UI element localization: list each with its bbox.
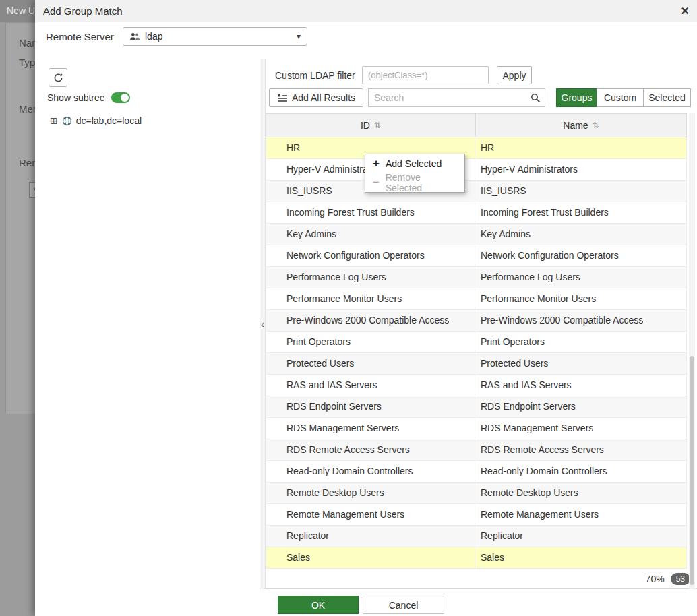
sort-icon[interactable]: ⇅ [374, 121, 381, 130]
table-scrollbar[interactable] [689, 113, 695, 589]
ok-button[interactable]: OK [278, 596, 359, 614]
background-label-remote: Rem [19, 157, 35, 168]
remote-server-label: Remote Server [46, 31, 114, 42]
context-menu-add-selected[interactable]: + Add Selected [365, 154, 464, 173]
table-row[interactable]: Hyper-V AdministratorsHyper-V Administra… [266, 159, 686, 181]
expand-icon[interactable]: ⊞ [50, 115, 58, 126]
context-menu-remove-selected-label: Remove Selected [386, 172, 458, 193]
table-row[interactable]: IIS_IUSRSIIS_IUSRS [266, 181, 686, 202]
show-subtree-label: Show subtree [47, 92, 105, 103]
cell-id: Remote Management Users [266, 504, 475, 525]
table-row[interactable]: Remote Desktop UsersRemote Desktop Users [266, 483, 686, 504]
cell-name: Incoming Forest Trust Builders [475, 202, 686, 223]
progress-percent: 70% [646, 574, 665, 584]
table-row[interactable]: Incoming Forest Trust BuildersIncoming F… [266, 202, 686, 224]
table-row[interactable]: Performance Monitor UsersPerformance Mon… [266, 288, 686, 310]
background-label-type: Type [19, 57, 35, 68]
show-subtree-toggle[interactable] [111, 92, 130, 103]
table-row[interactable]: RDS Endpoint ServersRDS Endpoint Servers [266, 396, 686, 418]
cell-id: Pre-Windows 2000 Compatible Access [266, 310, 475, 331]
context-menu-add-selected-label: Add Selected [386, 158, 442, 169]
collapse-panel-icon[interactable]: ‹ [260, 318, 266, 330]
cancel-button[interactable]: Cancel [363, 596, 444, 614]
background-page-title: New U [0, 0, 35, 22]
add-group-match-dialog: Add Group Match × Remote Server ldap ▾ S… [35, 0, 697, 616]
cell-id: Performance Log Users [266, 267, 475, 288]
cell-id: Incoming Forest Trust Builders [266, 202, 475, 223]
table-row[interactable]: RDS Management ServersRDS Management Ser… [266, 418, 686, 439]
table-row[interactable]: RDS Remote Access ServersRDS Remote Acce… [266, 439, 686, 461]
search-button[interactable] [526, 88, 545, 107]
background-label-name: Nam [19, 37, 35, 49]
cell-id: Key Admins [266, 224, 475, 245]
ldap-filter-input[interactable] [362, 66, 489, 84]
table-row[interactable]: Network Configuration OperatorsNetwork C… [266, 245, 686, 267]
cell-name: Sales [475, 547, 686, 568]
column-header-name[interactable]: Name ⇅ [475, 114, 686, 137]
refresh-button[interactable] [49, 68, 67, 87]
tree-node-root[interactable]: ⊞ dc=lab,dc=local [50, 115, 142, 126]
table-row[interactable]: Key AdminsKey Admins [266, 224, 686, 245]
cell-id: Performance Monitor Users [266, 288, 475, 309]
table-row[interactable]: Pre-Windows 2000 Compatible AccessPre-Wi… [266, 310, 686, 332]
table-row[interactable]: Performance Log UsersPerformance Log Use… [266, 267, 686, 288]
cell-id: Print Operators [266, 332, 475, 352]
add-all-results-button[interactable]: Add All Results [269, 88, 363, 107]
cell-name: Protected Users [475, 353, 686, 374]
close-icon[interactable]: × [681, 4, 689, 18]
cell-id: RDS Remote Access Servers [266, 439, 475, 460]
cell-id: Sales [266, 547, 475, 568]
tab-selected[interactable]: Selected [643, 88, 691, 107]
cell-name: Performance Log Users [475, 267, 686, 288]
table-row[interactable]: ReplicatorReplicator [266, 526, 686, 547]
table-row[interactable]: HRHR [266, 137, 686, 159]
background-form-panel [5, 22, 35, 414]
list-plus-icon [277, 94, 288, 102]
tree-node-label: dc=lab,dc=local [76, 115, 142, 126]
background-page: New U Nam Type Mem Rem * [0, 0, 35, 616]
results-table: ID ⇅ Name ⇅ HRHRHyper-V AdministratorsHy… [266, 113, 687, 569]
apply-button[interactable]: Apply [497, 66, 532, 84]
cell-id: Replicator [266, 526, 475, 547]
ldap-filter-label: Custom LDAP filter [275, 70, 355, 81]
cell-name: Key Admins [475, 224, 686, 245]
cell-id: Remote Desktop Users [266, 483, 475, 503]
search-input[interactable] [368, 88, 526, 107]
result-count-badge: 53 [671, 573, 690, 585]
cell-name: RDS Management Servers [475, 418, 686, 439]
cell-name: Network Configuration Operators [475, 245, 686, 266]
search-icon [531, 93, 541, 103]
globe-icon [62, 116, 72, 126]
table-body: HRHRHyper-V AdministratorsHyper-V Admini… [266, 137, 687, 569]
background-label-members: Mem [19, 103, 35, 115]
cell-id: RDS Management Servers [266, 418, 475, 439]
chevron-down-icon: ▾ [297, 32, 301, 41]
background-required-marker: * [29, 182, 35, 198]
table-footer: 70% 53 [266, 569, 697, 589]
remote-server-dropdown[interactable]: ldap ▾ [123, 27, 307, 46]
dialog-header: Add Group Match × [35, 0, 697, 22]
cell-name: IIS_IUSRS [475, 181, 686, 202]
column-header-name-label: Name [563, 120, 588, 131]
minus-icon: − [372, 176, 380, 189]
cell-name: RAS and IAS Servers [475, 375, 686, 396]
column-header-id-label: ID [361, 120, 370, 131]
cell-name: RDS Endpoint Servers [475, 396, 686, 417]
context-menu-remove-selected[interactable]: − Remove Selected [365, 173, 464, 192]
sort-icon[interactable]: ⇅ [593, 121, 599, 130]
cell-name: Pre-Windows 2000 Compatible Access [475, 310, 686, 331]
table-row[interactable]: Remote Management UsersRemote Management… [266, 504, 686, 526]
tab-custom[interactable]: Custom [597, 88, 644, 107]
table-scrollbar-thumb[interactable] [690, 356, 694, 585]
table-row[interactable]: RAS and IAS ServersRAS and IAS Servers [266, 375, 686, 396]
dialog-title: Add Group Match [43, 5, 123, 17]
cell-id: RAS and IAS Servers [266, 375, 475, 396]
table-row[interactable]: Print OperatorsPrint Operators [266, 332, 686, 353]
table-row[interactable]: Protected UsersProtected Users [266, 353, 686, 375]
add-all-results-label: Add All Results [292, 92, 355, 103]
column-header-id[interactable]: ID ⇅ [266, 114, 475, 137]
tab-groups[interactable]: Groups [556, 88, 597, 107]
results-filter-tabs: Groups Custom Selected [556, 88, 691, 107]
table-row[interactable]: Read-only Domain ControllersRead-only Do… [266, 461, 686, 483]
table-row[interactable]: SalesSales [266, 547, 686, 569]
